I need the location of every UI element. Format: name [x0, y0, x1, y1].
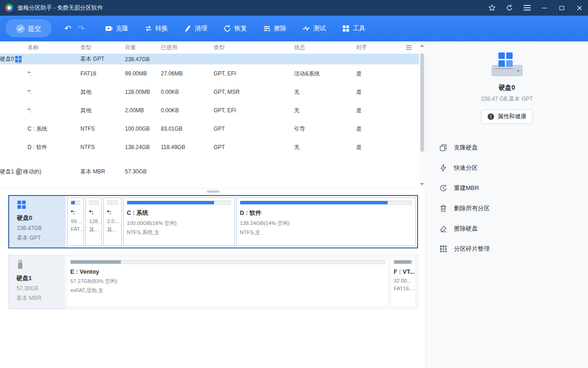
partition-table: 名称 类型 容量 已使用 类型 状态 对齐 硬盘0 基本 GPT 238.47G…: [0, 41, 419, 189]
toolbar-item-clean[interactable]: 清理: [184, 24, 212, 33]
eraser-icon: [439, 224, 447, 233]
table-row-disk1[interactable]: 硬盘1 (可移动的) 基本 MBR 57.30GB: [0, 162, 419, 181]
toolbar-item-convert[interactable]: 转换: [144, 24, 173, 33]
disk1-info[interactable]: 硬盘1 57.30GB 基本 MBR: [9, 255, 65, 309]
clean-icon: [184, 24, 192, 33]
rebuild-mbr-icon: [439, 184, 447, 192]
toolbar-item-recover[interactable]: 恢复: [223, 24, 252, 33]
disk-style: 基本 GPT: [17, 234, 66, 242]
maximize-button[interactable]: [553, 0, 571, 16]
disk-size: 238.47GB: [17, 225, 66, 231]
table-header: 名称 类型 容量 已使用 类型 状态 对齐: [0, 41, 419, 54]
partition-cell[interactable]: *: 128... 其...: [85, 197, 102, 246]
col-type: 类型: [80, 44, 125, 52]
convert-icon: [144, 24, 153, 33]
toolbar-item-clone[interactable]: 克隆: [105, 24, 133, 33]
partition-cell[interactable]: *: 99.... FAT...: [67, 197, 84, 246]
disk-illustration: [486, 51, 528, 79]
toolbar-item-tools[interactable]: 工具: [342, 24, 370, 33]
favorite-star-icon[interactable]: [483, 0, 501, 16]
table-row-partition[interactable]: *: FAT16 99.00MB 27.06MB GPT, EFI 活动&系统 …: [0, 64, 419, 83]
sidebar-disk-name: 硬盘0: [426, 84, 588, 92]
table-row-partition[interactable]: C : 系统 NTFS 100.00GB 83.01GB GPT 引导 是: [0, 120, 419, 138]
col-status: 状态: [294, 44, 356, 52]
action-rebuild-mbr[interactable]: 重建MBR: [426, 178, 588, 198]
partition-cell[interactable]: *: 2.0... 其...: [103, 197, 122, 246]
submit-button[interactable]: 提交: [6, 20, 51, 37]
titlebar: 傲梅分区助手 - 免费无损分区软件: [0, 0, 588, 16]
vertical-scrollbar[interactable]: [419, 41, 425, 189]
usage-bar: [127, 201, 231, 205]
sidebar: 硬盘0 238.47 GB,基本 GPT 属性和健康 克隆硬盘 快速分区 重建M…: [425, 41, 588, 368]
sidebar-disk-info: 238.47 GB,基本 GPT: [426, 95, 588, 103]
partition-cell-e[interactable]: E : Ventoy 57.27GB(83% 空闲) exFAT,活动,主: [67, 257, 389, 307]
disk1-block[interactable]: 硬盘1 57.30GB 基本 MBR E : Ventoy 57.27GB(83…: [8, 255, 418, 309]
usage-bar: [107, 201, 118, 205]
disk-style: 基本 MBR: [17, 294, 65, 302]
test-icon: [302, 24, 311, 33]
action-delete-all-partitions[interactable]: 删除所有分区: [426, 198, 588, 218]
main-area: 名称 类型 容量 已使用 类型 状态 对齐 硬盘0 基本 GPT 238.47G…: [0, 41, 425, 368]
col-used: 已使用: [161, 44, 214, 52]
horizontal-scrollbar-thumb[interactable]: [207, 190, 220, 193]
app-logo-icon: [5, 4, 13, 12]
usage-bar: [394, 260, 413, 264]
toolbar: 提交 ↶ ↷ 克隆 转换 清理 恢复 擦除: [0, 16, 588, 41]
app-window: 傲梅分区助手 - 免费无损分区软件 提交: [0, 0, 588, 368]
col-type2: 类型: [214, 44, 294, 52]
partition-cell-f[interactable]: F : VT... 32.00... FAT16,...: [390, 257, 416, 307]
properties-health-button[interactable]: 属性和健康: [481, 109, 533, 124]
disk-grid-icon: [15, 55, 23, 63]
usage-bar: [89, 201, 98, 205]
toolbar-item-test[interactable]: 测试: [302, 24, 331, 33]
partition-cell-c[interactable]: C : 系统 100.00GB(16% 空闲) NTFS,系统,主: [123, 197, 235, 246]
col-name: 名称: [0, 44, 80, 52]
usb-drive-icon: [17, 259, 24, 270]
window-title: 傲梅分区助手 - 免费无损分区软件: [17, 4, 103, 12]
action-wipe-disk[interactable]: 擦除硬盘: [426, 218, 588, 239]
disk-name: 硬盘0: [17, 214, 66, 222]
menu-icon[interactable]: [518, 0, 536, 16]
redo-icon[interactable]: ↷: [78, 23, 85, 34]
disk-name: 硬盘1: [17, 274, 65, 282]
recover-icon: [223, 24, 232, 33]
table-row-disk0[interactable]: 硬盘0 基本 GPT 238.47GB: [0, 54, 419, 64]
tools-icon: [342, 24, 350, 33]
clone-icon: [105, 24, 113, 33]
partition-cell-d[interactable]: D : 软件 138.24GB(14% 空闲) NTFS,主: [236, 197, 416, 246]
scroll-down-icon[interactable]: [420, 183, 424, 185]
usb-drive-icon: [15, 168, 23, 176]
table-row-partition[interactable]: D : 软件 NTFS 138.24GB 118.49GB GPT 无 是: [0, 138, 419, 156]
sidebar-actions: 克隆硬盘 快速分区 重建MBR 删除所有分区 擦除硬盘 分区碎片整理: [426, 138, 588, 259]
scrollbar-thumb[interactable]: [420, 53, 424, 152]
col-capacity: 容量: [125, 44, 161, 52]
undo-icon[interactable]: ↶: [64, 23, 71, 34]
table-row-partition[interactable]: *: 其他 128.00MB 0.00KB GPT, MSR 无 是: [0, 83, 419, 101]
usage-bar: [71, 201, 80, 205]
column-options-icon[interactable]: [406, 45, 412, 51]
trash-icon: [439, 204, 447, 213]
minimize-button[interactable]: [536, 0, 553, 16]
info-icon: [487, 113, 494, 120]
check-icon: [16, 24, 25, 33]
scroll-up-icon[interactable]: [420, 45, 424, 47]
table-row-partition[interactable]: *: 其他 2.00MB 0.00KB GPT, EFI 无 是: [0, 101, 419, 120]
disk0-info[interactable]: 硬盘0 238.47GB 基本 GPT: [9, 196, 66, 247]
disk0-block[interactable]: 硬盘0 238.47GB 基本 GPT *: 99.... FAT... *: …: [8, 195, 418, 248]
erase-icon: [263, 24, 271, 33]
action-clone-disk[interactable]: 克隆硬盘: [426, 138, 588, 158]
action-defrag[interactable]: 分区碎片整理: [426, 239, 588, 259]
close-button[interactable]: [571, 0, 588, 16]
lightning-icon: [439, 164, 447, 172]
defrag-icon: [439, 245, 447, 253]
toolbar-item-erase[interactable]: 擦除: [263, 24, 291, 33]
cell-name: 硬盘0: [0, 55, 80, 63]
action-quick-partition[interactable]: 快速分区: [426, 158, 588, 178]
clone-disk-icon: [439, 144, 447, 152]
refresh-sync-icon[interactable]: [501, 0, 518, 16]
usage-bar: [240, 201, 412, 205]
disk-grid-icon: [17, 200, 26, 209]
disk-size: 57.30GB: [17, 285, 65, 292]
usage-bar: [70, 260, 385, 264]
